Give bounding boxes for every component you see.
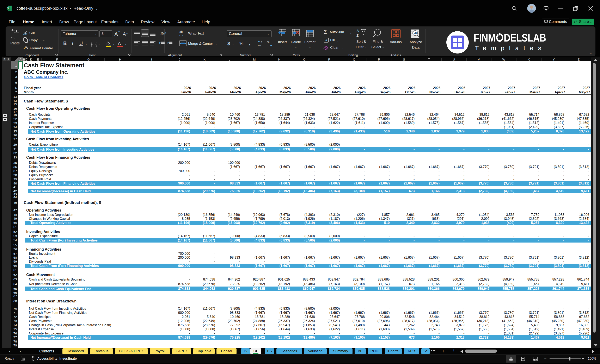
svg-text:.00: .00 [258, 44, 261, 47]
svg-text:ab: ab [160, 31, 164, 36]
svg-text:A: A [356, 29, 359, 33]
svg-text:.0: .0 [260, 41, 262, 43]
svg-text:c: c [179, 34, 181, 37]
svg-text:.0: .0 [266, 44, 268, 47]
svg-text:Z: Z [356, 34, 358, 38]
svg-text:ab: ab [179, 30, 183, 34]
svg-text:X: X [7, 7, 9, 10]
svg-text:.00: .00 [266, 41, 269, 43]
